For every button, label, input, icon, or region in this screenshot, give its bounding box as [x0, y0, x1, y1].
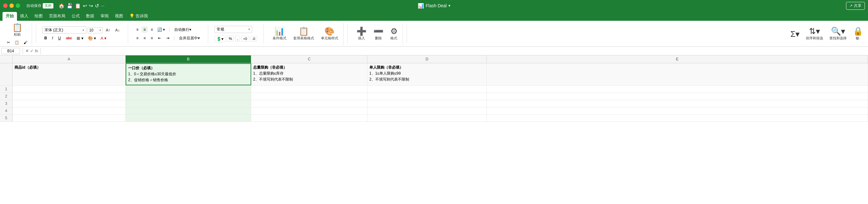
- title-dropdown-icon[interactable]: ▾: [448, 3, 450, 8]
- menu-item-formula[interactable]: 公式: [68, 12, 83, 21]
- cell-style-button[interactable]: 🎨 单元格样式: [318, 26, 341, 42]
- cell-header-b[interactable]: 一口价（必填） 1、0＜交易价格≤30天最低价 2、促销价格＜销售价格: [126, 63, 251, 85]
- cell-4-e[interactable]: [487, 107, 868, 114]
- fill-color-button[interactable]: 🎨 ▾: [86, 35, 98, 41]
- format-painter-button[interactable]: 🖌: [22, 40, 29, 46]
- menu-item-help[interactable]: 💡 告诉我: [126, 12, 151, 21]
- border-button[interactable]: ⊞ ▾: [75, 35, 85, 41]
- col-header-b[interactable]: B: [126, 55, 251, 63]
- align-bottom-center-btn[interactable]: ≡: [142, 35, 148, 41]
- align-bottom-right-btn[interactable]: ≡: [149, 35, 155, 41]
- menu-item-view[interactable]: 视图: [112, 12, 126, 21]
- cell-3-b[interactable]: [126, 100, 251, 107]
- cell-3-a[interactable]: [12, 100, 126, 107]
- menu-item-review[interactable]: 审阅: [97, 12, 112, 21]
- menu-item-data[interactable]: 数据: [83, 12, 97, 21]
- cell-5-e[interactable]: [487, 114, 868, 122]
- menu-item-draw[interactable]: 绘图: [31, 12, 46, 21]
- wrap-text-button[interactable]: 自动换行▾: [173, 26, 193, 33]
- menu-item-layout[interactable]: 页面布局: [46, 12, 68, 21]
- cell-2-c[interactable]: [251, 93, 367, 100]
- cell-2-e[interactable]: [487, 93, 868, 100]
- col-header-e[interactable]: E: [487, 55, 868, 63]
- align-right-btn[interactable]: ≡: [149, 26, 155, 33]
- formula-confirm-icon[interactable]: ✓: [30, 49, 34, 53]
- increase-decimal-btn[interactable]: +0: [241, 36, 249, 42]
- cell-4-a[interactable]: [12, 107, 126, 114]
- cell-4-d[interactable]: [367, 107, 487, 114]
- cell-5-b[interactable]: [126, 114, 251, 122]
- table-format-button[interactable]: 📋 套用表格格式: [291, 26, 316, 42]
- conditional-format-button[interactable]: 📊 条件格式: [270, 26, 289, 42]
- share-button[interactable]: ↗ 共享: [846, 2, 865, 10]
- cell-2-d[interactable]: [367, 93, 487, 100]
- font-name-selector[interactable]: 宋体 (正文) ▾: [42, 26, 86, 34]
- formula-input[interactable]: [43, 48, 867, 54]
- angle-rotate-icon[interactable]: 🔄 ▾: [156, 27, 166, 32]
- font-size-up-button[interactable]: A↑: [104, 27, 112, 33]
- save-icon[interactable]: 💾: [67, 3, 73, 9]
- cell-5-c[interactable]: [251, 114, 367, 122]
- menu-item-insert[interactable]: 插入: [17, 12, 31, 21]
- delete-cell-button[interactable]: ➖ 删除: [371, 26, 386, 42]
- insert-cell-button[interactable]: ➕ 插入: [354, 26, 369, 42]
- col-header-d[interactable]: D: [367, 55, 487, 63]
- bold-button[interactable]: B: [42, 35, 49, 41]
- cell-header-a[interactable]: 商品id（必填）: [12, 63, 126, 85]
- cell-header-d[interactable]: 单人限购（非必填） 1、1≤单人限购≤99 2、不填写则代表不限制: [367, 63, 487, 85]
- refresh-icon[interactable]: ↺: [95, 3, 99, 9]
- close-button[interactable]: [3, 3, 7, 8]
- cell-1-b[interactable]: [126, 86, 251, 93]
- underline-button[interactable]: U: [56, 35, 63, 41]
- cell-3-c[interactable]: [251, 100, 367, 107]
- font-color-button[interactable]: A ▾: [99, 35, 108, 41]
- undo-icon[interactable]: ↩: [83, 3, 87, 9]
- merge-button[interactable]: 合并后居中▾: [177, 35, 202, 42]
- cell-1-c[interactable]: [251, 86, 367, 93]
- sensitive-button[interactable]: 🔒 敏·: [850, 26, 866, 42]
- currency-btn[interactable]: 💲▾: [215, 35, 225, 42]
- format-cell-button[interactable]: ⚙ 格式: [388, 26, 400, 42]
- italic-button[interactable]: I: [50, 35, 55, 41]
- find-button[interactable]: 🔍▾ 查找和选择: [827, 26, 849, 42]
- more-icon[interactable]: ···: [101, 3, 104, 8]
- strikethrough-button[interactable]: abc: [64, 35, 74, 41]
- cell-reference[interactable]: B14: [1, 48, 20, 54]
- minimize-button[interactable]: [9, 3, 14, 8]
- indent-right-btn[interactable]: ⇥: [164, 35, 171, 41]
- cell-2-a[interactable]: [12, 93, 126, 100]
- sort-button[interactable]: ⇅▾ 排序和筛选: [803, 26, 826, 42]
- formula-fx-icon[interactable]: fx: [35, 49, 38, 53]
- align-center-btn[interactable]: ≡: [142, 26, 148, 33]
- percent-btn[interactable]: %: [227, 35, 234, 42]
- indent-left-btn[interactable]: ⇤: [156, 35, 163, 41]
- redo-icon[interactable]: ↪: [89, 3, 93, 9]
- maximize-button[interactable]: [16, 3, 20, 8]
- home-icon[interactable]: 🏠: [58, 3, 65, 9]
- decrease-decimal-btn[interactable]: -0: [250, 36, 257, 42]
- formula-cancel-icon[interactable]: ✕: [25, 49, 29, 53]
- col-header-a[interactable]: A: [12, 55, 126, 63]
- close-label[interactable]: 关闭: [43, 3, 53, 8]
- cell-3-d[interactable]: [367, 100, 487, 107]
- cell-1-d[interactable]: [367, 86, 487, 93]
- cell-1-a[interactable]: [12, 86, 126, 93]
- font-size-selector[interactable]: 10 ▾: [88, 27, 103, 33]
- cell-5-a[interactable]: [12, 114, 126, 122]
- sum-button[interactable]: Σ▾: [788, 29, 802, 40]
- cut-button[interactable]: ✂: [5, 40, 12, 46]
- cell-3-e[interactable]: [487, 100, 868, 107]
- cell-header-c[interactable]: 总量限购（非必填） 1、总量限购≤库存 2、不填写则代表不限制: [251, 63, 367, 85]
- cell-2-b[interactable]: [126, 93, 251, 100]
- cell-1-e[interactable]: [487, 86, 868, 93]
- col-header-c[interactable]: C: [251, 55, 367, 63]
- cell-4-b[interactable]: [126, 107, 251, 114]
- copy-button[interactable]: 📋: [12, 40, 21, 46]
- comma-btn[interactable]: ,: [235, 35, 240, 42]
- align-bottom-left-btn[interactable]: ≡: [134, 35, 141, 41]
- cell-5-d[interactable]: [367, 114, 487, 122]
- font-size-down-button[interactable]: A↓: [113, 27, 122, 33]
- align-left-btn[interactable]: ≡: [134, 26, 141, 33]
- cell-4-c[interactable]: [251, 107, 367, 114]
- number-format-selector[interactable]: 常规 ▾: [215, 26, 252, 33]
